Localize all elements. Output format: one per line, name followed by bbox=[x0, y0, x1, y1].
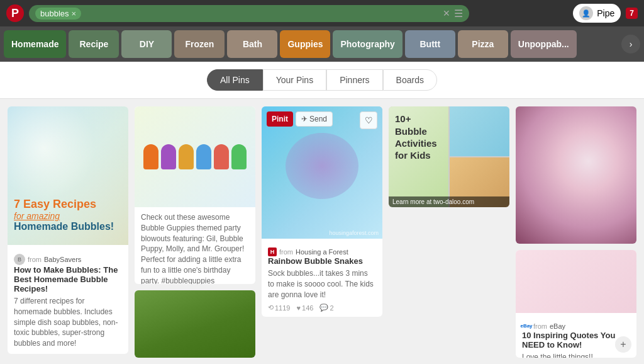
card-guppies: Check out these awesome Bubble Guppies t… bbox=[135, 106, 255, 284]
card-bubble-activities-image: 10+ Bubble Activities for Kids Learn mor… bbox=[389, 106, 509, 207]
source-name[interactable]: eBay bbox=[550, 322, 565, 330]
user-name: Pipe bbox=[597, 8, 614, 18]
two-daloo-bar: Learn more at two-daloo.com bbox=[389, 196, 509, 207]
card-outdoor-image bbox=[135, 290, 255, 358]
card-bubble-recipes-title: How to Make Bubbles: The Best Homemade B… bbox=[14, 265, 122, 293]
card-url: housingaforest.com bbox=[329, 230, 379, 236]
pinterest-logo[interactable]: P bbox=[6, 4, 24, 22]
tab-all-pins[interactable]: All Pins bbox=[207, 69, 263, 91]
col-2: Check out these awesome Bubble Guppies t… bbox=[135, 106, 255, 358]
search-tag[interactable]: bubbles × bbox=[35, 8, 81, 20]
guppie-4 bbox=[196, 144, 211, 169]
guppie-figures bbox=[143, 144, 247, 169]
cat-pizza[interactable]: Pizza bbox=[458, 30, 508, 58]
stat-repins: ⟲ 1119 bbox=[268, 304, 290, 312]
user-area[interactable]: 👤 Pipe bbox=[573, 4, 621, 23]
card-quotes-title: 10 Inspiring Quotes You NEED to Know! bbox=[522, 331, 630, 350]
source-icon-ebay: eBay bbox=[522, 322, 531, 331]
source-name[interactable]: Housing a Forest bbox=[296, 248, 348, 256]
source-from-label: from bbox=[28, 256, 42, 263]
cat-diy[interactable]: DIY bbox=[121, 30, 172, 58]
bubble-act-subtitle: for Kids bbox=[395, 150, 431, 161]
bubble-act-cell-tr bbox=[450, 106, 509, 156]
card-bubble-recipes-image: 7 Easy Recipes for amazing Homemade Bubb… bbox=[8, 106, 128, 245]
card-rainbow-snake-source: H from Housing a Forest bbox=[268, 247, 376, 256]
card-rainbow-snake: Pinit ✈ Send ♡ housingaforest.com H from… bbox=[262, 106, 382, 317]
source-avatar: B bbox=[14, 254, 25, 265]
card-bokeh-image bbox=[516, 106, 636, 244]
card-quotes-desc: Love the little things!! bbox=[522, 352, 630, 358]
nav-right: 👤 Pipe 7 bbox=[573, 4, 638, 23]
source-from: from bbox=[533, 322, 547, 330]
guppie-1 bbox=[143, 144, 158, 169]
card-guppies-desc: Check out these awesome Bubble Guppies t… bbox=[141, 212, 249, 284]
cat-unpoppable[interactable]: Unpoppab... bbox=[511, 30, 577, 58]
add-button[interactable]: + bbox=[615, 336, 631, 353]
cat-recipe[interactable]: Recipe bbox=[69, 30, 119, 58]
card-guppies-image bbox=[135, 106, 255, 207]
guppie-3 bbox=[179, 144, 194, 169]
pin-overlay: Pinit ✈ Send bbox=[267, 111, 333, 127]
source-name[interactable]: BabySavers bbox=[44, 256, 81, 263]
cat-guppies[interactable]: Guppies bbox=[280, 30, 330, 58]
search-clear-button[interactable]: ✕ bbox=[443, 8, 450, 18]
search-menu-button[interactable]: ☰ bbox=[454, 8, 463, 20]
filter-tabs: All Pins Your Pins Pinners Boards bbox=[0, 62, 644, 99]
guppie-6 bbox=[231, 144, 247, 169]
search-bar: bubbles × ✕ ☰ bbox=[29, 5, 469, 22]
stat-comments: 💬 2 bbox=[319, 304, 333, 312]
category-bar: Homemade Recipe DIY Frozen Bath Guppies … bbox=[0, 26, 644, 62]
card-guppies-body: Check out these awesome Bubble Guppies t… bbox=[135, 207, 255, 284]
overlay-line2: for amazing bbox=[14, 211, 122, 221]
card-rainbow-snake-title: Rainbow Bubble Snakes bbox=[268, 256, 376, 266]
card-quotes: eBay from eBay 10 Inspiring Quotes You N… bbox=[516, 250, 636, 358]
card-bubble-activities: 10+ Bubble Activities for Kids Learn mor… bbox=[389, 106, 509, 207]
col-3: Pinit ✈ Send ♡ housingaforest.com H from… bbox=[262, 106, 382, 358]
col-1: 7 Easy Recipes for amazing Homemade Bubb… bbox=[8, 106, 128, 358]
card-rainbow-snake-desc: Sock bubbles...it takes 3 mins to make i… bbox=[268, 268, 376, 300]
top-nav: P bubbles × ✕ ☰ 👤 Pipe 7 bbox=[0, 0, 644, 26]
cat-bath[interactable]: Bath bbox=[227, 30, 277, 58]
card-rainbow-snake-body: H from Housing a Forest Rainbow Bubble S… bbox=[262, 239, 382, 317]
overlay-line3: Homemade Bubbles! bbox=[14, 221, 122, 232]
col-5: eBay from eBay 10 Inspiring Quotes You N… bbox=[516, 106, 636, 358]
tab-your-pins[interactable]: Your Pins bbox=[263, 69, 326, 91]
main-content: 7 Easy Recipes for amazing Homemade Bubb… bbox=[0, 99, 644, 364]
card-bubble-recipes-body: B from BabySavers How to Make Bubbles: T… bbox=[8, 245, 128, 354]
cat-homemade[interactable]: Homemade bbox=[4, 30, 66, 58]
overlay-line1: 7 Easy Recipes bbox=[14, 198, 122, 211]
card-quotes-image bbox=[516, 250, 636, 313]
card-bubble-recipes: 7 Easy Recipes for amazing Homemade Bubb… bbox=[8, 106, 128, 354]
send-icon: ✈ bbox=[301, 115, 308, 123]
guppie-5 bbox=[214, 144, 229, 169]
avatar: 👤 bbox=[579, 6, 593, 20]
tab-boards[interactable]: Boards bbox=[383, 69, 437, 91]
guppie-2 bbox=[161, 144, 176, 169]
card-bubble-recipes-source: B from BabySavers bbox=[14, 254, 122, 265]
notification-badge[interactable]: 7 bbox=[626, 8, 638, 19]
card-bubble-recipes-desc: 7 different recipes for homemade bubbles… bbox=[14, 296, 122, 349]
cat-frozen[interactable]: Frozen bbox=[174, 30, 225, 58]
cat-photography[interactable]: Photography bbox=[333, 30, 402, 58]
source-icon-h: H bbox=[268, 247, 277, 256]
stat-likes: ♥ 146 bbox=[296, 304, 313, 312]
card-rainbow-snake-image: Pinit ✈ Send ♡ housingaforest.com bbox=[262, 106, 382, 239]
tab-pinners[interactable]: Pinners bbox=[326, 69, 382, 91]
category-next-button[interactable]: › bbox=[621, 35, 640, 54]
col-4: 10+ Bubble Activities for Kids Learn mor… bbox=[389, 106, 509, 358]
card-bokeh-bubbles bbox=[516, 106, 636, 244]
bubble-act-title: 10+ Bubble Activities bbox=[395, 113, 442, 150]
save-button[interactable]: ♡ bbox=[360, 111, 377, 129]
bubble-act-main-cell: 10+ Bubble Activities for Kids bbox=[389, 106, 448, 207]
card-rainbow-snake-stats: ⟲ 1119 ♥ 146 💬 2 bbox=[268, 304, 376, 312]
search-tag-close[interactable]: × bbox=[72, 9, 77, 18]
cat-buttt[interactable]: Buttt bbox=[405, 30, 455, 58]
card-quotes-source: eBay from eBay bbox=[522, 322, 630, 331]
send-button[interactable]: ✈ Send bbox=[296, 111, 333, 127]
card-outdoor bbox=[135, 290, 255, 358]
source-from-label: from bbox=[279, 248, 293, 256]
pinit-button[interactable]: Pinit bbox=[267, 111, 293, 127]
search-tag-text: bubbles bbox=[40, 9, 69, 18]
